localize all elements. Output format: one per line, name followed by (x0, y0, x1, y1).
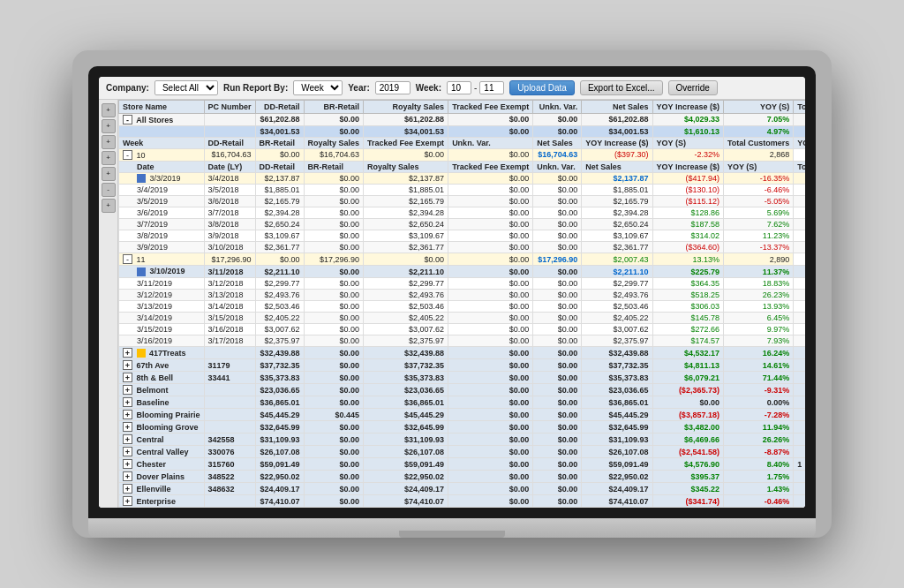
w10d6-date-ly: 3/10/2018 (204, 242, 255, 253)
week11-yoy-pct: 13.13% (652, 253, 723, 266)
summary-unkn: $0.00 (533, 125, 582, 137)
week10-data-row: - 10 $16,704.63 $0.00 $16,704.63 $0.00 $… (119, 148, 806, 161)
w11d3-date: 3/14/2019 (119, 312, 205, 323)
expand-all-stores[interactable]: - (123, 115, 132, 124)
col-header-store: Store Name (119, 100, 205, 113)
expand-store9[interactable]: + (123, 459, 132, 469)
store3-net: $23,036.65 (582, 384, 652, 396)
year-input[interactable] (375, 81, 411, 94)
nav-btn-3[interactable]: + (102, 135, 116, 149)
company-select[interactable]: Select All (154, 80, 218, 95)
expand-week11[interactable]: - (123, 254, 132, 264)
store10-net: $22,950.02 (582, 471, 652, 483)
w11d4-dd: $3,007.62 (255, 323, 304, 335)
w11d1-tracked: $0.00 (448, 289, 533, 300)
store12-net: $74,410.07 (582, 495, 652, 508)
detail-col-yoy-pct: YOY (S) (723, 161, 793, 172)
week10-col-yoy-pct: YOY (S) (652, 137, 723, 148)
w10d2-tracked: $0.00 (448, 196, 533, 207)
w11d0-net: $2,299.77 (582, 277, 652, 289)
week10-col-week: Week (119, 137, 205, 148)
w11d0-tracked: $0.00 (448, 277, 533, 289)
store9-unkn: $0.00 (533, 458, 582, 471)
export-excel-button[interactable]: Export to Excel... (580, 80, 663, 95)
run-report-select[interactable]: Week (293, 80, 343, 95)
store6-dd: $32,645.99 (255, 421, 304, 433)
all-stores-br: $0.00 (304, 113, 364, 125)
nav-btn-6[interactable]: - (102, 183, 116, 197)
expand-store7[interactable]: + (123, 434, 132, 444)
col-header-net: Net Sales (582, 100, 652, 113)
expand-store8[interactable]: + (123, 447, 132, 456)
store-row-7: + Central 342558 $31,109.93 $0.00 $31,10… (119, 433, 806, 446)
store2-tracked: $0.00 (448, 372, 533, 384)
w11d2-br: $0.00 (304, 300, 364, 312)
w11d2-date-ly: 3/14/2018 (204, 300, 255, 312)
all-stores-tracked: $0.00 (448, 113, 533, 125)
w10d5-tracked: $0.00 (448, 230, 533, 242)
w10d4-customers (794, 219, 805, 230)
override-button[interactable]: Override (668, 80, 718, 95)
w10d3-yoy-s: $128.86 (652, 207, 723, 219)
expand-week10[interactable]: - (123, 150, 132, 160)
store11-name: + Ellenville (119, 483, 205, 495)
store5-royalty: $45,445.29 (364, 409, 448, 421)
week11-detail-row-1: 3/12/2019 3/13/2018 $2,493.76 $0.00 $2,4… (119, 289, 806, 300)
w11d1-royalty: $2,493.76 (364, 289, 448, 300)
store3-tracked: $0.00 (448, 384, 533, 396)
week-from-input[interactable] (447, 81, 471, 94)
detail-col-yoy-s: YOY Increase ($) (652, 161, 723, 172)
expand-store1[interactable]: + (123, 360, 132, 370)
nav-btn-1[interactable]: + (102, 103, 116, 117)
w11d4-unkn: $0.00 (533, 323, 582, 335)
w11d5-tracked: $0.00 (448, 335, 533, 346)
upload-data-button[interactable]: Upload Data (509, 80, 575, 95)
store1-br: $0.00 (304, 359, 364, 372)
store8-yoy-pct: -8.87% (723, 446, 793, 458)
w11d1-customers (794, 289, 805, 300)
w10d4-yoy-s: $187.58 (652, 219, 723, 230)
store9-net: $59,091.49 (582, 458, 652, 471)
w11d1-br: $0.00 (304, 289, 364, 300)
summary-net: $34,001.53 (582, 125, 652, 137)
week10-col-unkn: Unkn. Var. (448, 137, 533, 148)
w11h-royalty: $2,211.10 (364, 266, 448, 278)
week11-yoy-s: $2,007.43 (582, 253, 652, 266)
week11-data-row: - 11 $17,296.90 $0.00 $17,296.90 $0.00 $… (119, 253, 806, 266)
summary-label (119, 125, 205, 137)
expand-store11[interactable]: + (123, 484, 132, 494)
expand-store0[interactable]: + (123, 348, 132, 358)
all-stores-row: - All Stores $61,202.88 $0.00 $61,202.88… (119, 113, 806, 125)
detail-col-customers: Total Custo... (794, 161, 805, 172)
w10d1-unkn: $0.00 (533, 185, 582, 196)
nav-btn-7[interactable]: + (102, 199, 116, 213)
week11-detail-row-2: 3/13/2019 3/14/2018 $2,503.46 $0.00 $2,5… (119, 300, 806, 312)
store4-net: $36,865.01 (582, 396, 652, 409)
expand-store2[interactable]: + (123, 373, 132, 382)
expand-store3[interactable]: + (123, 385, 132, 395)
w10d3-date-ly: 3/7/2018 (204, 207, 255, 219)
week-to-input[interactable] (479, 81, 504, 94)
expand-store5[interactable]: + (123, 410, 132, 419)
w11d2-unkn: $0.00 (533, 300, 582, 312)
week11-customers: 2,890 (723, 253, 793, 266)
w11d4-royalty: $3,007.62 (364, 323, 448, 335)
week10-detail-row-4: 3/7/2019 3/8/2018 $2,650.24 $0.00 $2,650… (119, 219, 806, 230)
expand-store12[interactable]: + (123, 496, 132, 506)
store11-net: $24,409.17 (582, 483, 652, 495)
w10d6-yoy-s: ($364.60) (652, 242, 723, 253)
nav-btn-4[interactable]: + (102, 151, 116, 165)
w10d5-date-ly: 3/9/2018 (204, 230, 255, 242)
store0-dd: $32,439.88 (255, 346, 304, 359)
nav-btn-5[interactable]: + (102, 167, 116, 181)
week10-detail-row-3: 3/6/2019 3/7/2018 $2,394.28 $0.00 $2,394… (119, 207, 806, 219)
detail-col-dd: DD-Retail (255, 161, 304, 172)
w10d4-dd: $2,650.24 (255, 219, 304, 230)
week10-yoy-pct: -2.32% (652, 148, 723, 161)
nav-btn-2[interactable]: + (102, 119, 116, 133)
expand-store6[interactable]: + (123, 422, 132, 432)
expand-store10[interactable]: + (123, 471, 132, 481)
expand-store4[interactable]: + (123, 397, 132, 407)
store8-name: + Central Valley (119, 446, 205, 458)
store12-customers (794, 495, 805, 508)
